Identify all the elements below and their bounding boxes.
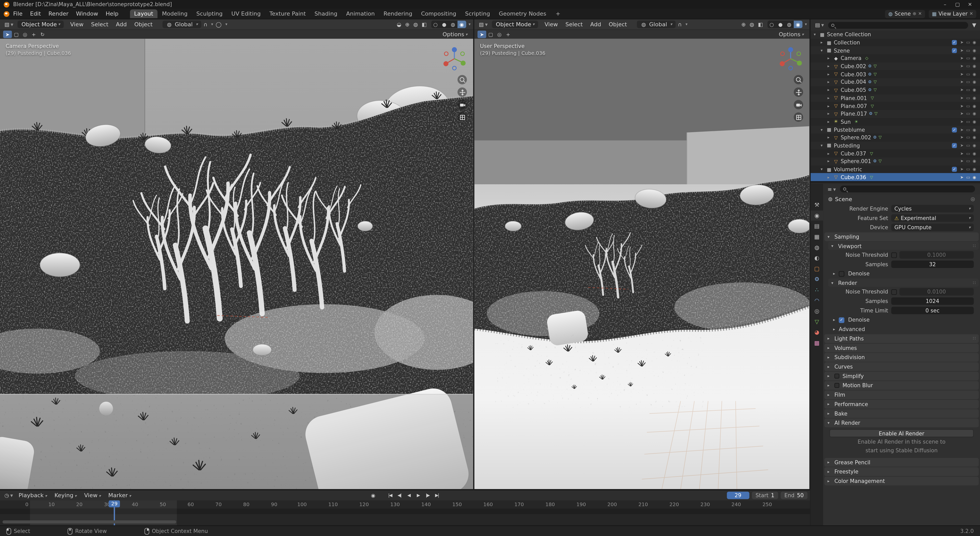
drag-handle-icon[interactable]: ∷ <box>973 336 976 341</box>
properties-tab[interactable]: ⚙ <box>811 274 823 284</box>
viewport-menu-item[interactable]: Object <box>130 21 156 27</box>
expand-toggle-icon[interactable]: ▸ <box>827 72 832 77</box>
viewport-menu-item[interactable]: Select <box>562 21 587 27</box>
timeline-scrollbar[interactable] <box>3 520 177 523</box>
proportional-edit-icon[interactable]: ◯ <box>215 21 223 27</box>
render-noise-threshold-field[interactable]: 0.0100 <box>899 288 974 295</box>
shading-rendered-button[interactable]: ◉ <box>794 21 802 28</box>
outliner-row[interactable]: ▸ ▽ Sphere.002 ⚙ ▽ ➤ ▭ ◉ <box>811 134 980 142</box>
properties-tab[interactable]: ▽ <box>811 317 823 327</box>
hide-render-toggle-icon[interactable]: ◉ <box>971 103 977 108</box>
play-button[interactable]: ▶ <box>414 491 422 499</box>
outliner-row[interactable]: ▸ ▽ Plane.007 ▽ ➤ ▭ ◉ <box>811 102 980 110</box>
panel-header[interactable]: ▸ Simplify <box>824 372 979 380</box>
render-engine-dropdown[interactable]: Cycles▾ <box>891 205 974 212</box>
render-denoise-checkbox[interactable]: ✓ <box>839 317 845 323</box>
xray-toggle-icon[interactable]: ◧ <box>420 21 428 27</box>
outliner-row[interactable]: ▸ ▽ Cube.005 ⚙ ▽ ➤ ▭ ◉ <box>811 86 980 94</box>
tool-select-icon[interactable]: ➤ <box>477 31 486 38</box>
outliner-row[interactable]: ▾ ▦ Szene ✓ ➤ ▭ ◉ <box>811 46 980 54</box>
tool-box-select-icon[interactable]: ▢ <box>486 31 495 38</box>
outliner-row[interactable]: ▸ ▽ Cube.036 ▽ ➤ ▭ ◉ <box>811 173 980 181</box>
viewport-3d-scene[interactable]: Camera Perspective (29) Pusteding | Cube… <box>0 39 473 489</box>
unlink-scene-button[interactable]: ✕ <box>918 11 922 16</box>
hide-viewport-toggle-icon[interactable]: ▭ <box>965 87 971 93</box>
mode-dropdown[interactable]: Object Mode▾ <box>492 21 538 28</box>
chevron-right-icon[interactable]: ▸ <box>833 317 837 322</box>
transform-orientation-dropdown[interactable]: ◍Global▾ <box>637 21 675 28</box>
properties-tab[interactable]: ◐ <box>811 253 823 263</box>
object-visibility-icon[interactable]: ◒ <box>396 21 403 27</box>
navigation-gizmo[interactable] <box>441 45 468 73</box>
selectable-toggle-icon[interactable]: ➤ <box>959 95 965 100</box>
workspace-tab[interactable]: Layout <box>130 10 158 18</box>
hide-render-toggle-icon[interactable]: ◉ <box>971 56 977 61</box>
pin-icon[interactable]: ◎ <box>970 196 975 202</box>
hide-viewport-toggle-icon[interactable]: ▭ <box>965 40 971 45</box>
expand-toggle-icon[interactable]: ▾ <box>821 127 826 132</box>
expand-toggle-icon[interactable]: ▸ <box>827 87 832 93</box>
properties-tab[interactable]: ▩ <box>811 338 823 348</box>
menu-item[interactable]: Render <box>45 11 72 17</box>
outliner-row[interactable]: ▾ ▦ Scene Collection <box>811 31 980 38</box>
properties-tab[interactable]: ▤ <box>811 221 823 231</box>
workspace-tab[interactable]: Compositing <box>417 10 461 18</box>
shading-material-button[interactable]: ◍ <box>785 21 794 28</box>
hide-render-toggle-icon[interactable]: ◉ <box>971 80 977 85</box>
properties-tab[interactable]: ⚒ <box>811 200 823 210</box>
shading-rendered-button[interactable]: ◉ <box>457 21 466 28</box>
properties-tab[interactable]: ▢ <box>811 264 823 274</box>
menu-item[interactable]: Window <box>72 11 102 17</box>
viewport-menu-item[interactable]: Object <box>605 21 631 27</box>
show-overlays-icon[interactable]: ◍ <box>748 21 756 27</box>
shading-material-button[interactable]: ◍ <box>449 21 457 28</box>
panel-header[interactable]: ▸ Volumes <box>824 344 979 352</box>
expand-toggle-icon[interactable]: ▾ <box>821 143 826 148</box>
frame-end-field[interactable]: End50 <box>781 491 808 499</box>
properties-tab[interactable]: ◉ <box>811 211 823 221</box>
options-dropdown[interactable]: Options▾ <box>776 31 807 37</box>
properties-tab[interactable]: ◠ <box>811 296 823 305</box>
outliner-row[interactable]: ▸ ◆ Camera ◇ ➤ ▭ ◉ <box>811 54 980 62</box>
selectable-toggle-icon[interactable]: ➤ <box>959 127 965 132</box>
tool-move-icon[interactable]: + <box>29 31 38 38</box>
transform-orientation-dropdown[interactable]: ◍Global▾ <box>162 21 201 28</box>
outliner-row[interactable]: ▾ ▦ Volumetric ✓ ➤ ▭ ◉ <box>811 165 980 173</box>
selectable-toggle-icon[interactable]: ➤ <box>959 80 965 85</box>
menu-item[interactable]: File <box>10 11 26 17</box>
outliner-row[interactable]: ▾ ▦ Pusteblume ✓ ➤ ▭ ◉ <box>811 126 980 134</box>
hide-viewport-toggle-icon[interactable]: ▭ <box>965 111 971 116</box>
show-gizmo-icon[interactable]: ⊕ <box>404 21 410 27</box>
workspace-tab[interactable]: UV Editing <box>227 10 265 18</box>
workspace-tab[interactable]: Rendering <box>379 10 417 18</box>
selectable-toggle-icon[interactable]: ➤ <box>959 56 965 61</box>
collection-exclude-checkbox[interactable]: ✓ <box>952 167 957 172</box>
object-name[interactable]: Pusteblume <box>834 127 865 133</box>
object-name[interactable]: Cube.002 <box>841 63 866 69</box>
panel-header[interactable]: ▸ Film <box>824 391 979 399</box>
tool-rotate-icon[interactable]: ↻ <box>38 31 47 38</box>
viewport-noise-threshold-checkbox[interactable] <box>891 252 897 258</box>
hide-render-toggle-icon[interactable]: ◉ <box>971 143 977 148</box>
hide-viewport-toggle-icon[interactable]: ▭ <box>965 143 971 148</box>
viewport-menu-item[interactable]: Add <box>112 21 130 27</box>
ortho-toggle-icon[interactable] <box>794 113 803 122</box>
shading-solid-button[interactable]: ● <box>440 21 449 28</box>
selectable-toggle-icon[interactable]: ➤ <box>959 159 965 164</box>
panel-header[interactable]: ▸ Performance <box>824 400 979 409</box>
show-gizmo-icon[interactable]: ⊕ <box>740 21 747 27</box>
feature-set-dropdown[interactable]: ⚠Experimental▾ <box>891 215 974 222</box>
workspace-tab[interactable]: Scripting <box>461 10 494 18</box>
selectable-toggle-icon[interactable]: ➤ <box>959 103 965 108</box>
editor-type-dropdown[interactable]: ▧▾ <box>477 21 490 27</box>
add-workspace-button[interactable]: + <box>553 11 563 17</box>
workspace-tab[interactable]: Sculpting <box>192 10 227 18</box>
tool-select-icon[interactable]: ➤ <box>3 31 12 38</box>
shading-wireframe-button[interactable]: ○ <box>431 21 440 28</box>
properties-tab[interactable]: ◍ <box>811 242 823 253</box>
object-name[interactable]: Sun <box>841 119 851 125</box>
object-name[interactable]: Volumetric <box>834 166 862 172</box>
shading-wireframe-button[interactable]: ○ <box>767 21 776 28</box>
outliner-row[interactable]: ▸ ▽ Cube.003 ⚙ ▽ ➤ ▭ ◉ <box>811 70 980 78</box>
selectable-toggle-icon[interactable]: ➤ <box>959 167 965 172</box>
